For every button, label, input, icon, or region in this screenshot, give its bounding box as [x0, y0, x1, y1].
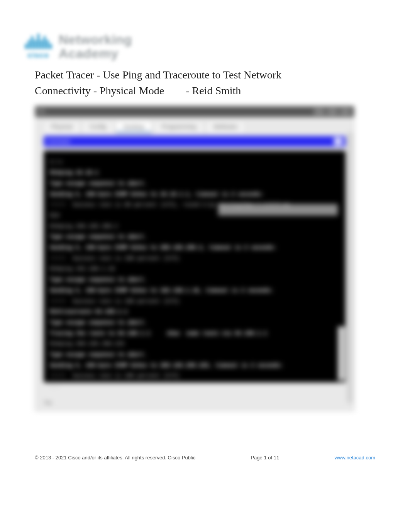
logo-text-bottom: Academy — [59, 47, 132, 61]
footer-page: Page 1 of 11 — [251, 455, 279, 461]
terminal-scrollbar[interactable] — [338, 326, 345, 381]
terminal-line: Sending 5, 100-byte ICMP Echos to 192.16… — [50, 287, 339, 295]
logo-text-top: Networking — [59, 33, 132, 47]
minimize-icon[interactable] — [314, 109, 325, 115]
window-title-text: PC — [38, 109, 45, 114]
terminal-line: !!!!! Success rate is 100 percent (5/5) — [50, 297, 339, 306]
command-strip: Command — [44, 136, 346, 147]
title-line-2: Connectivity - Physical Mode — [35, 85, 164, 97]
cisco-bars-icon — [25, 34, 52, 51]
terminal-output[interactable]: C:\> R1#ping 10.10.1 Type escape sequenc… — [44, 151, 346, 382]
tab-physical[interactable]: Physical — [44, 121, 80, 133]
footer-copyright: © 2013 - 2021 Cisco and/or its affiliate… — [35, 455, 195, 461]
maximize-icon[interactable] — [327, 109, 338, 115]
document-title: Packet Tracer - Use Ping and Traceroute … — [35, 67, 373, 99]
footer-link[interactable]: www.netacad.com — [334, 455, 375, 461]
close-icon[interactable] — [340, 109, 351, 115]
page-footer: © 2013 - 2021 Cisco and/or its affiliate… — [35, 455, 375, 461]
title-author: - Reid Smith — [186, 85, 241, 97]
terminal-line: !!!!! Success rate is 100 percent (5/5) — [50, 255, 339, 263]
terminal-line: Type escape sequence to abort. — [50, 180, 339, 188]
cisco-networking-academy-logo: cisco Networking Academy — [25, 33, 373, 60]
tab-attributes[interactable]: Attributes — [206, 121, 245, 133]
overlay-band — [218, 204, 338, 216]
window-tabs: Physical Config Desktop Programming Attr… — [35, 117, 354, 133]
terminal-line: Sending 5, 100-byte ICMP Echos to 10.10.… — [50, 190, 339, 199]
terminal-line: R1# — [50, 383, 339, 391]
terminal-line: !!!!! Success rate is 100 percent (5/5) — [50, 372, 339, 381]
command-strip-control-icon[interactable] — [334, 138, 342, 145]
window-scrollbar[interactable] — [347, 133, 353, 403]
terminal-line: R1#ping 192.168.1.10 — [50, 265, 339, 274]
terminal-line: Type escape sequence to abort. — [50, 233, 339, 241]
terminal-line: R1#traceroute 64.100.1.1 — [50, 308, 339, 316]
terminal-line: R1#ping 209.165.200.2 — [50, 223, 339, 231]
terminal-line: Sending 5, 100-byte ICMP Echos to 209.16… — [50, 362, 339, 370]
window-titlebar: PC — [35, 106, 354, 117]
tab-desktop[interactable]: Desktop — [116, 121, 152, 133]
terminal-line: C:\> — [50, 158, 339, 167]
terminal-line: Type escape sequence to abort. — [50, 319, 339, 327]
window-bottom-label: Top — [44, 399, 52, 405]
terminal-line: Type escape sequence to abort. — [50, 351, 339, 359]
command-strip-label: Command — [47, 138, 70, 144]
terminal-line: R1#ping 10.10.1 — [50, 169, 339, 177]
title-line-1: Packet Tracer - Use Ping and Traceroute … — [35, 69, 281, 81]
tab-programming[interactable]: Programming — [154, 121, 203, 133]
tab-config[interactable]: Config — [82, 121, 114, 133]
terminal-line: R1#ping 209.165.200.225 — [50, 340, 339, 348]
terminal-line: Sending 5, 100-byte ICMP Echos to 209.16… — [50, 244, 339, 252]
packet-tracer-window: PC Physical Config Desktop Programming A… — [35, 106, 354, 411]
terminal-line: Tracing the route to 64.100.1.1 show som… — [50, 330, 339, 338]
cisco-wordmark: cisco — [27, 51, 49, 59]
terminal-line: Type escape sequence to abort. — [50, 276, 339, 284]
